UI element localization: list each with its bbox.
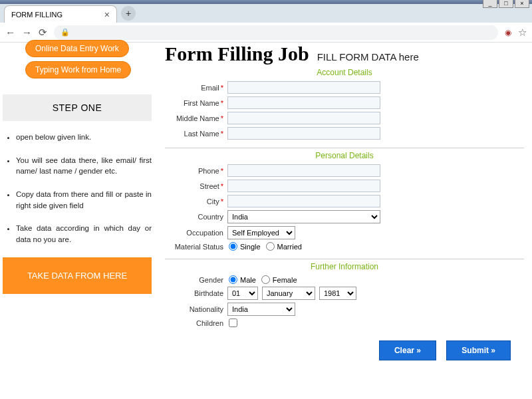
children-checkbox[interactable]: [229, 319, 237, 327]
section-further: Further Information: [165, 262, 524, 271]
street-field[interactable]: [227, 180, 380, 192]
new-tab-button[interactable]: +: [121, 6, 136, 21]
main-panel: Form Filling Job FILL FORM DATA here Acc…: [157, 43, 532, 399]
material-single-label: Single: [240, 243, 261, 251]
pill-link-2[interactable]: Typing Work from Home: [25, 61, 131, 78]
label-nationality: Nationality: [165, 305, 227, 313]
step-item: Copy data from there and fill or paste i…: [16, 189, 152, 211]
middle-name-field[interactable]: [227, 112, 380, 124]
window-maximize-button[interactable]: □: [499, 0, 513, 8]
window-titlebar: _ □ ×: [0, 0, 532, 4]
label-birthdate: Birthdate: [165, 289, 227, 297]
take-data-button[interactable]: TAKE DATA FROM HERE: [3, 257, 152, 294]
label-occupation: Occupation: [165, 229, 227, 237]
birth-year-select[interactable]: 1981: [319, 287, 356, 300]
tab-title: FORM FILLING: [11, 11, 63, 19]
step-item: Take data according in which day or data…: [16, 223, 152, 245]
label-first-name: First Name*: [165, 99, 227, 107]
back-icon[interactable]: ←: [5, 27, 15, 38]
step-list: open below given link. You will see data…: [3, 132, 152, 245]
lock-icon: 🔒: [61, 28, 70, 37]
sidebar: Online Data Entry Work Typing Work from …: [0, 43, 157, 399]
forward-icon[interactable]: →: [22, 27, 32, 38]
material-married-label: Married: [277, 243, 302, 251]
label-last-name: Last Name*: [165, 130, 227, 138]
tab-strip: FORM FILLING × +: [0, 4, 532, 23]
step-heading: STEP ONE: [3, 94, 152, 121]
window-close-button[interactable]: ×: [515, 0, 529, 8]
address-bar[interactable]: 🔒: [54, 25, 498, 40]
label-children: Children: [165, 319, 227, 327]
clear-button[interactable]: Clear »: [379, 340, 436, 360]
birth-day-select[interactable]: 01: [227, 287, 258, 300]
divider: [165, 259, 524, 259]
label-street: Street*: [165, 182, 227, 190]
submit-button[interactable]: Submit »: [446, 340, 511, 360]
phone-field[interactable]: [227, 164, 380, 177]
section-account: Account Details: [165, 68, 524, 77]
label-material-status: Material Status: [165, 243, 227, 251]
email-field[interactable]: [227, 81, 380, 94]
material-single-radio[interactable]: [229, 242, 237, 251]
nationality-select[interactable]: India: [227, 303, 295, 316]
city-field[interactable]: [227, 195, 380, 207]
label-phone: Phone*: [165, 167, 227, 175]
country-select[interactable]: India: [227, 210, 380, 223]
label-email: Email*: [165, 84, 227, 92]
divider: [165, 148, 524, 148]
page-title: Form Filling Job: [165, 43, 309, 65]
section-personal: Personal Details: [165, 151, 524, 160]
step-item: You will see data there, like email/ fir…: [16, 155, 152, 177]
pill-link-1[interactable]: Online Data Entry Work: [25, 40, 129, 57]
birth-month-select[interactable]: January: [262, 287, 315, 300]
extension-icon[interactable]: ◉: [505, 28, 511, 37]
gender-female-radio[interactable]: [261, 275, 270, 284]
label-gender: Gender: [165, 276, 227, 284]
occupation-select[interactable]: Self Employed: [227, 226, 295, 239]
last-name-field[interactable]: [227, 127, 380, 140]
first-name-field[interactable]: [227, 96, 380, 109]
window-minimize-button[interactable]: _: [483, 0, 497, 8]
label-country: Country: [165, 213, 227, 221]
gender-female-label: Female: [273, 276, 297, 284]
material-married-radio[interactable]: [266, 242, 275, 251]
page-subtitle: FILL FORM DATA here: [317, 51, 419, 63]
step-item: open below given link.: [16, 132, 152, 143]
reload-icon[interactable]: ⟳: [39, 27, 47, 39]
browser-tab[interactable]: FORM FILLING ×: [4, 5, 117, 23]
gender-male-radio[interactable]: [229, 275, 237, 284]
label-middle-name: Middle Name*: [165, 114, 227, 122]
label-city: City*: [165, 198, 227, 205]
gender-male-label: Male: [240, 276, 256, 284]
star-icon[interactable]: ☆: [518, 27, 527, 39]
close-icon[interactable]: ×: [104, 9, 110, 20]
